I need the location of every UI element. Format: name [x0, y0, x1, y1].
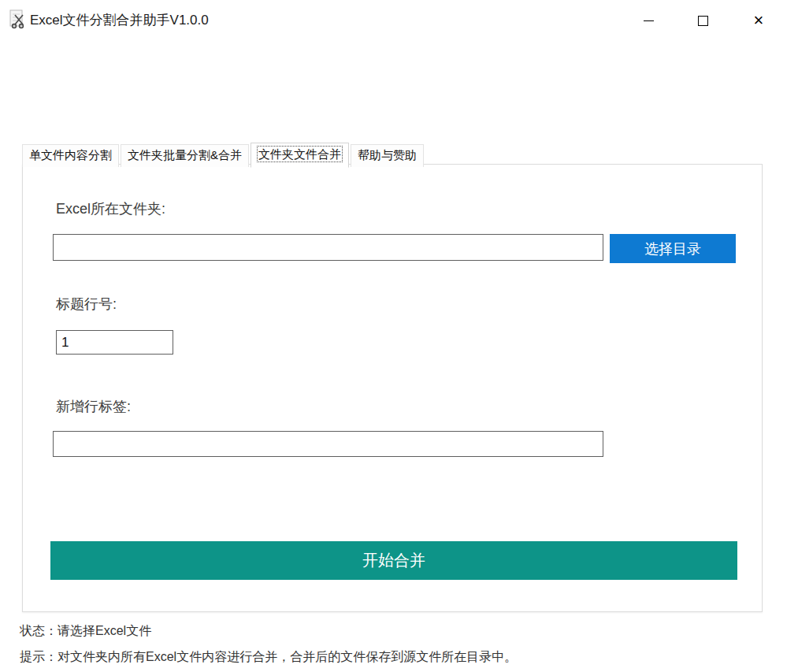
title-row-input[interactable]: [56, 330, 173, 355]
maximize-icon: [698, 16, 708, 26]
excel-folder-input[interactable]: [53, 234, 603, 261]
minimize-button[interactable]: [630, 6, 666, 35]
maximize-button[interactable]: [685, 6, 721, 35]
excel-folder-label: Excel所在文件夹:: [56, 199, 165, 218]
document-scissors-icon: [8, 9, 27, 30]
status-text: 状态：请选择Excel文件: [20, 623, 151, 640]
window-title: Excel文件分割合并助手V1.0.0: [30, 11, 209, 29]
close-icon: ×: [754, 12, 764, 29]
new-row-tag-input[interactable]: [53, 431, 603, 457]
new-row-tag-label: 新增行标签:: [56, 397, 131, 416]
minimize-icon: [644, 20, 654, 21]
tab-help-donate[interactable]: 帮助与赞助: [351, 144, 424, 167]
tab-folder-batch-split-merge[interactable]: 文件夹批量分割&合并: [121, 144, 249, 167]
tab-folder-file-merge[interactable]: 文件夹文件合并: [251, 143, 349, 168]
close-button[interactable]: ×: [740, 6, 777, 35]
merge-tab-panel: Excel所在文件夹: 选择目录 标题行号: 新增行标签: 开始合并: [22, 164, 763, 612]
choose-directory-button[interactable]: 选择目录: [610, 234, 736, 263]
tab-strip: 单文件内容分割 文件夹批量分割&合并 文件夹文件合并 帮助与赞助: [22, 143, 425, 167]
tip-text: 提示：对文件夹内所有Excel文件内容进行合并，合并后的文件保存到源文件所在目录…: [20, 649, 517, 666]
title-bar: Excel文件分割合并助手V1.0.0 ×: [0, 0, 798, 41]
title-row-label: 标题行号:: [56, 295, 117, 314]
start-merge-button[interactable]: 开始合并: [50, 541, 737, 580]
tab-single-file-split[interactable]: 单文件内容分割: [22, 144, 119, 167]
